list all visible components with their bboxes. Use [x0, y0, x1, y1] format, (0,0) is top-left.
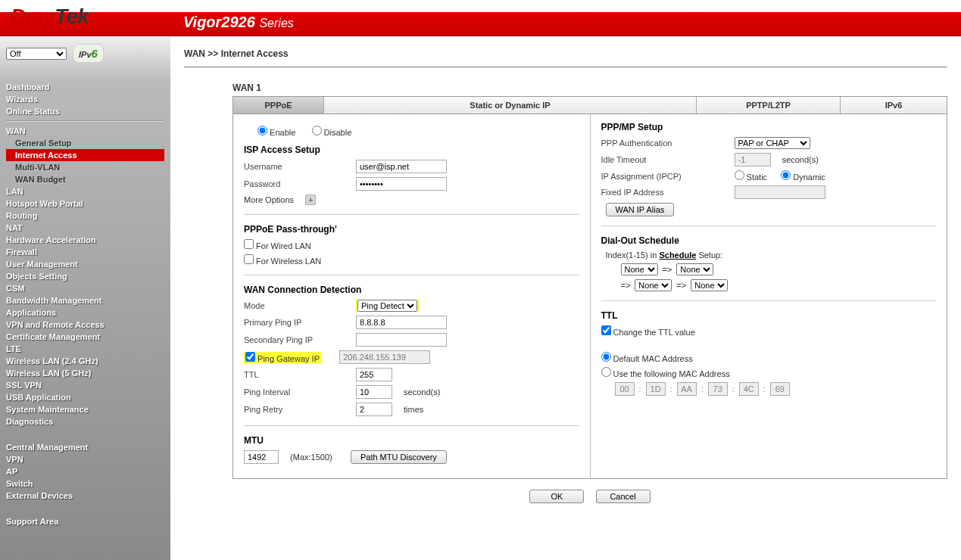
tab-pppoe[interactable]: PPPoE [233, 97, 324, 114]
ppp-title: PPP/MP Setup [601, 122, 937, 132]
nav-user-management[interactable]: User Management [6, 258, 164, 270]
nav-wan-budget[interactable]: WAN Budget [6, 173, 164, 185]
username-field[interactable] [356, 160, 447, 173]
wired-lan-checkbox[interactable]: For Wired LAN [244, 239, 311, 250]
sched-3[interactable]: None [635, 279, 672, 291]
mac-oct-0[interactable] [615, 382, 635, 396]
mtu-title: MTU [244, 435, 579, 446]
nav-wireless-lan-2-4-ghz-[interactable]: Wireless LAN (2.4 GHz) [6, 355, 164, 367]
sched-2[interactable]: None [676, 263, 713, 275]
nav-lte[interactable]: LTE [6, 343, 164, 355]
enable-radio[interactable]: Enable [257, 126, 295, 137]
change-ttl-checkbox[interactable]: Change the TTL value [601, 325, 695, 337]
default-mac-radio[interactable]: Default MAC Address [601, 352, 693, 363]
mtu-field[interactable] [244, 450, 279, 464]
wan-ip-alias-button[interactable]: WAN IP Alias [606, 203, 675, 216]
tab-ipv6[interactable]: IPv6 [841, 97, 947, 114]
model-label: Vigor2926 Series [183, 14, 294, 31]
wan-title: WAN 1 [232, 82, 947, 93]
wcd-title: WAN Connection Detection [244, 285, 579, 295]
ping-retry[interactable] [356, 403, 392, 416]
main-content: WAN >> Internet Access WAN 1 PPPoEStatic… [170, 36, 961, 560]
nav-routing[interactable]: Routing [6, 210, 164, 222]
ipcp-static[interactable]: Static [735, 170, 768, 182]
idle-timeout[interactable] [735, 153, 771, 166]
primary-ping-ip[interactable] [356, 316, 447, 329]
password-field[interactable] [356, 177, 447, 191]
nav-firewall[interactable]: Firewall [6, 246, 164, 258]
ok-button[interactable]: OK [529, 490, 584, 503]
nav-hardware-acceleration[interactable]: Hardware Acceleration [6, 234, 164, 246]
ipcp-dynamic[interactable]: Dynamic [781, 170, 825, 182]
ppp-auth-select[interactable]: PAP or CHAP [735, 137, 810, 149]
sched-4[interactable]: None [691, 279, 728, 291]
mac-oct-5[interactable] [770, 382, 790, 396]
nav-support-area[interactable]: Support Area [6, 515, 164, 527]
nav-certificate-management[interactable]: Certificate Management [6, 331, 164, 343]
path-mtu-button[interactable]: Path MTU Discovery [351, 450, 447, 464]
disable-radio[interactable]: Disable [312, 126, 352, 137]
isp-title: ISP Access Setup [244, 145, 579, 155]
nav-external-devices[interactable]: External Devices [6, 490, 164, 502]
mac-oct-4[interactable] [739, 382, 759, 396]
nav-ap[interactable]: AP [6, 465, 164, 478]
mode-select[interactable]: Ping Detect [357, 300, 417, 312]
nav-wizards[interactable]: Wizards [6, 93, 164, 105]
nav-general-setup[interactable]: General Setup [6, 137, 164, 149]
nav-internet-access[interactable]: Internet Access [6, 149, 164, 161]
mac-oct-1[interactable] [646, 382, 666, 396]
sched-1[interactable]: None [621, 263, 658, 275]
breadcrumb: WAN >> Internet Access [184, 44, 947, 67]
tab-bar: PPPoEStatic or Dynamic IPPPTP/L2TPIPv6 [232, 96, 947, 114]
nav-switch[interactable]: Switch [6, 478, 164, 490]
nav-central-management[interactable]: Central Management [6, 441, 164, 453]
mode-select[interactable]: Off [6, 48, 67, 60]
fixed-ip[interactable] [735, 185, 825, 199]
sched-title: Dial-Out Schedule [601, 235, 937, 246]
ttl-title: TTL [601, 310, 937, 321]
nav-csm[interactable]: CSM [6, 282, 164, 294]
sidebar: Off IPv6 DashboardWizardsOnline StatusWA… [0, 36, 170, 560]
ping-gateway-checkbox[interactable]: Ping Gateway IP [245, 354, 320, 363]
secondary-ping-ip[interactable] [356, 333, 447, 347]
header: DrayTek Vigor2926 Series [0, 0, 961, 36]
ping-interval[interactable] [356, 385, 392, 399]
nav-wan[interactable]: WAN [6, 125, 164, 137]
nav-applications[interactable]: Applications [6, 306, 164, 319]
brand-logo: DrayTek [11, 5, 88, 29]
wireless-lan-checkbox[interactable]: For Wireless LAN [244, 254, 321, 266]
left-column: Enable Disable ISP Access Setup Username… [233, 114, 590, 478]
passthrough-title: PPPoE Pass-through' [244, 224, 579, 235]
nav-system-maintenance[interactable]: System Maintenance [6, 403, 164, 415]
nav-vpn[interactable]: VPN [6, 453, 164, 465]
tab-static-or-dynamic-ip[interactable]: Static or Dynamic IP [324, 97, 697, 114]
ttl-field[interactable] [356, 368, 392, 381]
nav-multi-vlan[interactable]: Multi-VLAN [6, 161, 164, 173]
nav-dashboard[interactable]: Dashboard [6, 81, 164, 93]
nav-nat[interactable]: NAT [6, 222, 164, 234]
nav-hotspot-web-portal[interactable]: Hotspot Web Portal [6, 198, 164, 210]
nav-usb-application[interactable]: USB Application [6, 391, 164, 403]
nav-lan[interactable]: LAN [6, 185, 164, 198]
more-options-icon[interactable]: + [305, 194, 316, 205]
mac-octets: ::::: [601, 382, 937, 396]
right-column: PPP/MP Setup PPP Authentication PAP or C… [590, 114, 947, 478]
custom-mac-radio[interactable]: Use the following MAC Address [601, 367, 730, 378]
nav-bandwidth-management[interactable]: Bandwidth Management [6, 294, 164, 306]
ipv6-badge[interactable]: IPv6 [73, 44, 104, 63]
nav-objects-setting[interactable]: Objects Setting [6, 270, 164, 282]
cancel-button[interactable]: Cancel [596, 490, 651, 503]
nav-online-status[interactable]: Online Status [6, 105, 164, 117]
mac-oct-2[interactable] [677, 382, 697, 396]
schedule-link[interactable]: Schedule [659, 250, 696, 260]
nav-ssl-vpn[interactable]: SSL VPN [6, 379, 164, 391]
tab-pptp-l2tp[interactable]: PPTP/L2TP [697, 97, 841, 114]
nav-diagnostics[interactable]: Diagnostics [6, 415, 164, 428]
nav-vpn-and-remote-access[interactable]: VPN and Remote Access [6, 319, 164, 331]
nav-wireless-lan-5-ghz-[interactable]: Wireless LAN (5 GHz) [6, 367, 164, 379]
mac-oct-3[interactable] [708, 382, 728, 396]
gateway-ip [339, 350, 430, 364]
